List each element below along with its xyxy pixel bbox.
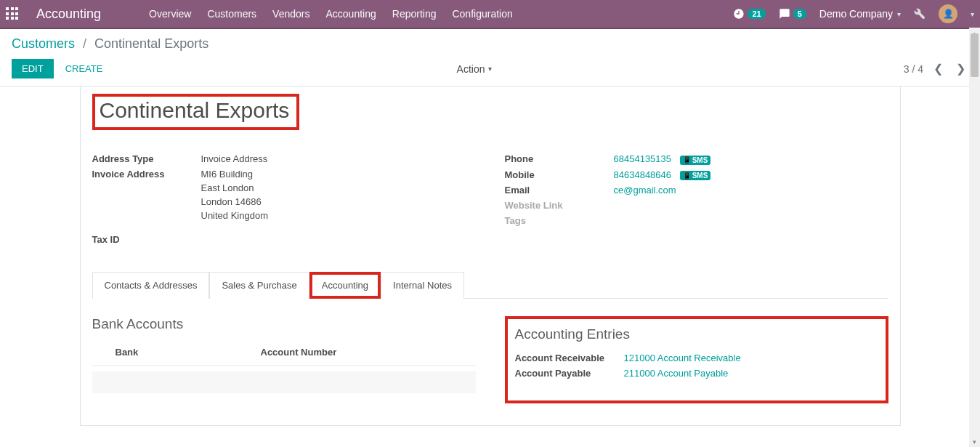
user-caret-icon: ▾ (971, 10, 974, 18)
breadcrumb-separator: / (83, 36, 86, 51)
tax-id-label: Tax ID (92, 234, 201, 245)
edit-button[interactable]: EDIT (12, 59, 54, 78)
phone-label: Phone (505, 153, 614, 165)
create-button[interactable]: CREATE (65, 63, 103, 74)
mobile-value[interactable]: 84634848646 SMS (614, 169, 888, 181)
website-label: Website Link (505, 200, 614, 211)
control-bar: EDIT CREATE Action ▾ 3 / 4 ❮ ❯ (0, 55, 980, 86)
nav-configuration[interactable]: Configuration (452, 8, 512, 20)
accounting-entries-title: Accounting Entries (515, 326, 878, 342)
nav-accounting[interactable]: Accounting (325, 8, 376, 20)
form-sheet: Continental Exports Address Type Invoice… (80, 86, 901, 426)
activity-badge: 21 (748, 9, 765, 19)
email-value[interactable]: ce@gmail.com (614, 185, 888, 196)
breadcrumb-root[interactable]: Customers (12, 36, 75, 51)
caret-down-icon: ▾ (488, 65, 492, 73)
breadcrumb: Customers / Continental Exports (0, 29, 980, 55)
record-title: Continental Exports (100, 98, 290, 123)
tab-bar: Contacts & Addresses Sales & Purchase Ac… (92, 271, 888, 299)
tab-notes[interactable]: Internal Notes (381, 272, 464, 299)
title-highlight: Continental Exports (92, 94, 300, 130)
pager-prev-icon[interactable]: ❮ (931, 62, 946, 76)
address-type-label: Address Type (92, 153, 201, 164)
nav-reporting[interactable]: Reporting (392, 8, 437, 20)
receivable-value[interactable]: 121000 Account Receivable (624, 353, 741, 363)
entries-highlight: Accounting Entries Account Receivable 12… (505, 316, 888, 403)
bank-table-empty-row (92, 371, 476, 393)
email-label: Email (505, 185, 614, 196)
scrollbar-thumb[interactable] (971, 33, 979, 77)
nav-overview[interactable]: Overview (149, 8, 191, 20)
vertical-scrollbar[interactable]: ▴ ▾ (969, 28, 980, 426)
tab-sales[interactable]: Sales & Purchase (209, 272, 309, 299)
col-bank: Bank (116, 347, 261, 358)
mobile-label: Mobile (505, 169, 614, 181)
caret-down-icon: ▾ (897, 10, 901, 18)
sms-button[interactable]: SMS (680, 156, 711, 165)
tab-accounting[interactable]: Accounting (309, 272, 381, 299)
bank-accounts-title: Bank Accounts (92, 316, 476, 332)
nav-vendors[interactable]: Vendors (272, 8, 309, 20)
debug-icon[interactable] (914, 8, 926, 20)
phone-value[interactable]: 68454135135 SMS (614, 153, 888, 165)
pager: 3 / 4 ❮ ❯ (904, 62, 968, 76)
company-name: Demo Company (819, 8, 893, 20)
nav-customers[interactable]: Customers (207, 8, 256, 20)
app-brand[interactable]: Accounting (36, 7, 101, 22)
tags-label: Tags (505, 215, 614, 226)
payable-label: Account Payable (515, 368, 624, 379)
company-switcher[interactable]: Demo Company ▾ (819, 8, 901, 20)
action-dropdown[interactable]: Action ▾ (457, 63, 492, 75)
payable-value[interactable]: 211000 Account Payable (624, 368, 729, 379)
bank-table-header: Bank Account Number (92, 342, 476, 366)
activity-button[interactable]: 21 (733, 8, 765, 20)
discuss-button[interactable]: 5 (779, 8, 806, 20)
address-type-value: Invoice Address (201, 153, 476, 164)
invoice-address-label: Invoice Address (92, 169, 201, 224)
receivable-label: Account Receivable (515, 353, 624, 363)
discuss-badge: 5 (793, 9, 806, 19)
pager-counter: 3 / 4 (904, 63, 923, 75)
pager-next-icon[interactable]: ❯ (953, 62, 968, 76)
breadcrumb-current: Continental Exports (94, 36, 208, 51)
chat-icon (779, 8, 790, 20)
apps-grid-icon[interactable] (6, 7, 19, 20)
col-account-number: Account Number (261, 347, 476, 358)
tab-contacts[interactable]: Contacts & Addresses (92, 272, 210, 299)
clock-icon (733, 8, 745, 20)
invoice-address-value: MI6 Building East London London 14686 Un… (201, 169, 476, 224)
user-avatar[interactable]: 👤 (939, 4, 957, 23)
top-navbar: Accounting Overview Customers Vendors Ac… (0, 0, 980, 28)
sms-button[interactable]: SMS (680, 171, 711, 180)
